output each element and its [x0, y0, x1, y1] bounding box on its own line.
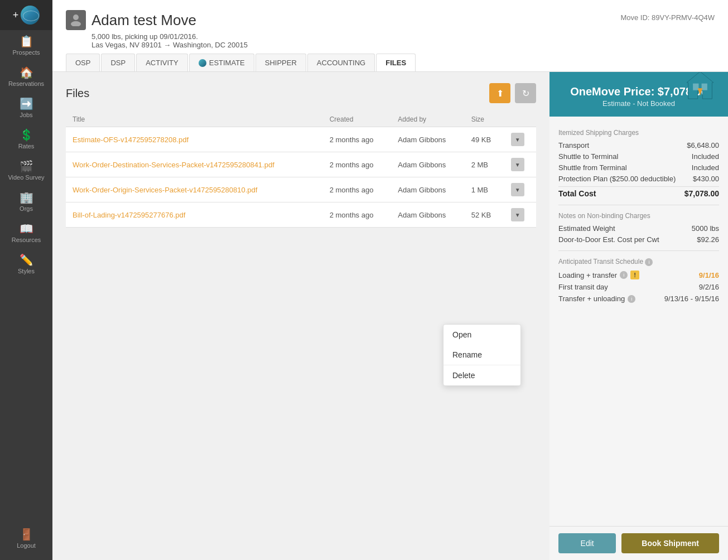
file-created-cell: 2 months ago	[323, 177, 392, 202]
file-link[interactable]: Work-Order-Destination-Services-Packet-v…	[73, 161, 274, 169]
file-added-by-cell: Adam Gibbons	[391, 152, 464, 177]
sidebar-item-label: Reservations	[8, 80, 44, 87]
context-menu-open[interactable]: Open	[443, 325, 520, 345]
tab-accounting[interactable]: ACCOUNTING	[307, 54, 375, 71]
files-title: Files	[66, 87, 89, 100]
tab-dsp[interactable]: DSP	[101, 54, 135, 71]
col-size: Size	[465, 112, 504, 127]
file-created-cell: 2 months ago	[323, 127, 392, 152]
file-action-cell: ▼	[504, 177, 536, 202]
file-title-cell: Estimate-OFS-v1472595278208.pdf	[66, 127, 323, 152]
files-section: Files ⬆ ↻ Title Created Added by Size	[52, 72, 549, 560]
move-title: Adam test Move	[91, 12, 196, 29]
rates-icon: 💲	[20, 129, 33, 141]
svg-rect-5	[702, 84, 707, 90]
page-header: Adam test Move Move ID: 89VY-PRMV-4Q4W 5…	[52, 0, 728, 72]
tab-files[interactable]: FILES	[376, 54, 416, 71]
svg-point-1	[71, 21, 81, 26]
schedule-info-icon[interactable]: i	[645, 258, 653, 266]
schedule-transit-label: First transit day	[558, 283, 608, 291]
transfer-info-icon[interactable]: i	[628, 295, 635, 303]
table-row: Bill-of-Lading-v1472595277676.pdf 2 mont…	[66, 202, 536, 228]
loading-date: 9/1/16	[699, 271, 719, 279]
file-size-cell: 49 KB	[465, 127, 504, 152]
file-added-by-cell: Adam Gibbons	[391, 202, 464, 228]
table-row: Estimate-OFS-v1472595278208.pdf 2 months…	[66, 127, 536, 152]
non-binding-cost: Door-to-Door Est. Cost per Cwt $92.26	[558, 235, 719, 244]
est-weight-value: 5000 lbs	[692, 224, 719, 233]
route-text: Las Vegas, NV 89101 → Washington, DC 200…	[91, 41, 248, 49]
logo: +	[0, 0, 52, 30]
jobs-icon: ➡️	[20, 98, 33, 109]
charge-shuttle-from-label: Shuttle from Terminal	[558, 163, 627, 172]
hero-house-icon	[683, 72, 717, 103]
file-title-cell: Work-Order-Destination-Services-Packet-v…	[66, 152, 323, 177]
file-added-by-cell: Adam Gibbons	[391, 177, 464, 202]
charges-header: Itemized Shipping Charges	[558, 129, 719, 137]
transit-date: 9/2/16	[699, 283, 719, 291]
door-cost-label: Door-to-Door Est. Cost per Cwt	[558, 235, 659, 244]
tab-estimate[interactable]: ESTIMATE	[189, 54, 254, 71]
tab-bar: OSP DSP ACTIVITY ESTIMATE SHIPPER ACCOUN…	[66, 54, 715, 71]
file-title-cell: Work-Order-Origin-Services-Packet-v14725…	[66, 177, 323, 202]
sidebar-item-styles[interactable]: ✏️ Styles	[0, 249, 52, 280]
charge-protection: Protection Plan ($250.00 deductible) $43…	[558, 175, 719, 183]
loading-warning-icon: !	[630, 271, 639, 279]
charge-total: Total Cost $7,078.00	[558, 186, 719, 198]
file-link[interactable]: Estimate-OFS-v1472595278208.pdf	[73, 136, 189, 144]
context-menu-delete[interactable]: Delete	[443, 365, 520, 385]
schedule-header: Anticipated Transit Schedule i	[558, 258, 719, 266]
logo-plus-icon: +	[13, 9, 19, 21]
file-link[interactable]: Bill-of-Lading-v1472595277676.pdf	[73, 211, 185, 219]
file-size-cell: 52 KB	[465, 202, 504, 228]
logout-icon: 🚪	[20, 529, 33, 540]
file-size-cell: 2 MB	[465, 152, 504, 177]
sidebar-item-rates[interactable]: 💲 Rates	[0, 124, 52, 155]
tab-activity[interactable]: ACTIVITY	[136, 54, 188, 71]
schedule-loading: Loading + transfer i ! 9/1/16	[558, 271, 719, 279]
resources-icon: 📖	[20, 223, 33, 234]
sidebar-item-label: Styles	[18, 268, 35, 274]
edit-button[interactable]: Edit	[558, 533, 616, 553]
sidebar-item-orgs[interactable]: 🏢 Orgs	[0, 186, 52, 218]
charge-shuttle-to-label: Shuttle to Terminal	[558, 152, 618, 161]
context-menu-rename[interactable]: Rename	[443, 345, 520, 365]
sidebar-item-label: Jobs	[20, 112, 32, 118]
schedule-transfer: Transfer + unloading i 9/13/16 - 9/15/16	[558, 295, 719, 303]
col-added-by: Added by	[391, 112, 464, 127]
tab-shipper[interactable]: SHIPPER	[255, 54, 306, 71]
files-header: Files ⬆ ↻	[66, 83, 536, 103]
sidebar-item-prospects[interactable]: 📋 Prospects	[0, 30, 52, 61]
tab-osp[interactable]: OSP	[66, 54, 100, 71]
sidebar: + 📋 Prospects 🏠 Reservations ➡️ Jobs 💲 R…	[0, 0, 52, 560]
panel-body: Itemized Shipping Charges Transport $6,6…	[549, 117, 728, 526]
file-dropdown-button[interactable]: ▼	[511, 208, 524, 221]
sidebar-item-jobs[interactable]: ➡️ Jobs	[0, 93, 52, 124]
sidebar-item-logout[interactable]: 🚪 Logout	[0, 523, 52, 554]
charge-shuttle-to: Shuttle to Terminal Included	[558, 152, 719, 161]
file-title-cell: Bill-of-Lading-v1472595277676.pdf	[66, 202, 323, 228]
reservations-icon: 🏠	[20, 67, 33, 78]
book-button[interactable]: Book Shipment	[621, 533, 719, 553]
file-dropdown-button[interactable]: ▼	[511, 158, 524, 171]
sidebar-item-resources[interactable]: 📖 Resources	[0, 218, 52, 249]
file-dropdown-button[interactable]: ▼	[511, 183, 524, 196]
sidebar-item-label: Orgs	[20, 205, 33, 212]
loading-info-icon[interactable]: i	[620, 271, 628, 279]
upload-button[interactable]: ⬆	[489, 83, 510, 103]
file-created-cell: 2 months ago	[323, 152, 392, 177]
file-link[interactable]: Work-Order-Origin-Services-Packet-v14725…	[73, 186, 257, 194]
refresh-button[interactable]: ↻	[515, 83, 536, 103]
file-action-cell: ▼	[504, 202, 536, 228]
video-survey-icon: 🎬	[20, 161, 33, 172]
file-dropdown-button[interactable]: ▼	[511, 133, 524, 146]
total-label: Total Cost	[558, 189, 596, 198]
sidebar-item-reservations[interactable]: 🏠 Reservations	[0, 61, 52, 93]
file-action-cell: ▼	[504, 152, 536, 177]
est-weight-label: Estimated Weight	[558, 224, 615, 233]
content-area: Files ⬆ ↻ Title Created Added by Size	[52, 72, 728, 560]
orgs-icon: 🏢	[20, 192, 33, 203]
schedule-loading-label: Loading + transfer i !	[558, 271, 639, 279]
sidebar-item-label: Resources	[12, 236, 41, 243]
sidebar-item-video-survey[interactable]: 🎬 Video Survey	[0, 155, 52, 186]
